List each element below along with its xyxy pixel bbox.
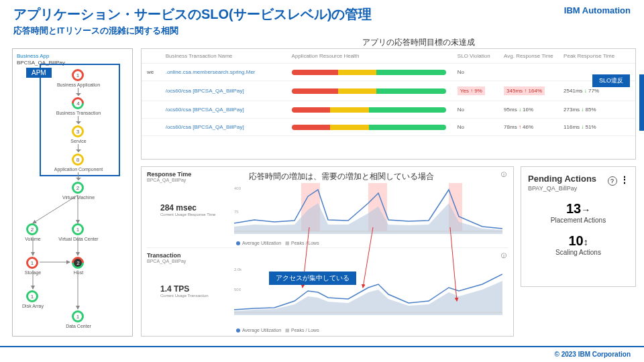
slo-table: Business Transaction Name Application Re… [141,48,636,160]
node-volume[interactable]: 2 [26,223,38,235]
response-chart[interactable]: 400 75 [234,183,502,234]
resp-degrade-tag: 応答時間悪化 [639,74,644,131]
help-icon[interactable]: ⓘ [501,252,506,259]
node-label: Virtual Data Center [52,237,105,241]
response-metric-sub: Current Usage Response Time [160,213,215,217]
chart-title: Transaction [147,252,508,259]
col-header[interactable]: Application Resource Health [292,53,458,59]
placement-count[interactable]: 13→ [528,201,629,217]
chart-sub: BPCA_QA_BillPay [147,259,508,263]
node-vdc[interactable]: 1 [72,223,84,235]
table-row[interactable]: we.online.csa.membersearch.spring.MerNo [142,64,635,81]
page-subtitle: 応答時間とITリソースの混雑に関する相関 [13,25,631,37]
col-header[interactable]: Business Transaction Name [166,53,292,59]
more-icon[interactable]: ⋮ [620,174,629,185]
table-row[interactable]: /ocs60/csa [BPCSA_QA_BillPay]Yes ↑ 9%345… [142,81,635,101]
arrow-icon [78,116,78,124]
node-label: Application Component [52,167,105,172]
node-host[interactable]: 2 [69,254,86,271]
node-label: Disk Array [6,304,60,308]
col-header[interactable]: SLO Violation [458,53,504,59]
svg-text:400: 400 [234,186,241,190]
node-business-app[interactable]: 1 [72,69,84,81]
table-row[interactable]: /ocs60/csa [BPCSA_QA_BillPay]No95ms ↓ 16… [142,101,635,119]
actions-title: Pending Actions [528,174,596,184]
topology-header: Business App [17,53,128,59]
node-datacenter[interactable]: 1 [72,310,84,322]
node-app-component[interactable]: 8 [72,154,84,166]
node-label: Data Center [52,324,105,328]
col-header[interactable]: Peak Response Time [564,53,630,59]
node-storage[interactable]: 1 [26,257,38,269]
table-header: Business Transaction Name Application Re… [142,49,635,64]
table-row[interactable]: /ocs60/csa [BPCSA_QA_BillPay]No78ms ↑ 46… [142,119,635,136]
help-icon[interactable]: ⓘ [501,171,506,178]
response-metric: 284 msec [160,203,197,213]
chart-sub: BPCA_QA_BillPay [147,178,508,182]
scaling-count[interactable]: 10↕ [528,233,629,249]
chart-legend: Average Utilization ▦ Peaks / Lows [234,328,319,333]
node-label: Virtual Machine [52,195,105,200]
chart-legend: Average Utilization ▦ Peaks / Lows [234,241,319,246]
legend-dot-icon [236,241,240,245]
charts-panel: 応答時間の増加は、需要の増加と相関している場合 アクセスが集中している Resp… [141,166,514,337]
node-label: Business Transaction [52,111,105,115]
svg-text:2.0k: 2.0k [234,267,242,272]
legend-dot-icon [236,328,240,333]
brand-label: IBM Automation [564,5,631,15]
scaling-label: Scaling Actions [528,249,629,256]
chart-title: Response Time [147,171,508,178]
node-vm[interactable]: 2 [72,182,84,194]
node-label: Business Application [52,82,105,87]
footer-divider [0,346,644,347]
table-caption: アプリの応答時間目標の未達成 [362,37,475,48]
svg-text:75: 75 [234,210,239,214]
transaction-metric: 1.4 TPS [160,284,189,294]
node-disk-array[interactable]: 1 [26,290,38,302]
node-label: Service [52,139,105,143]
topology-panel: Business App BPCSA_QA_BillPay APM 1 Busi… [12,48,133,337]
footer-copyright: © 2023 IBM Corporation [555,351,631,358]
node-label: Host [52,270,105,275]
page-title: アプリケーション・サービスのSLO(サービスレベル)の管理 [13,5,631,23]
node-service[interactable]: 3 [72,125,84,137]
access-concentration-tag: アクセスが集中している [269,272,356,285]
slo-violation-tag: SLO違反 [592,74,630,87]
col-header[interactable]: Avg. Response Time [504,53,564,59]
apm-label: APM [26,68,52,78]
actions-sub: BPAY_QA_BillPay [528,185,596,192]
arrow-icon [78,172,78,180]
svg-text:500: 500 [234,288,241,292]
help-icon[interactable]: ? [608,176,617,186]
placement-label: Placement Actions [528,217,629,224]
arrow-icon [78,88,78,96]
arrow-icon [78,144,78,152]
transaction-metric-sub: Current Usage Transaction [160,294,209,298]
pending-actions-panel: Pending Actions BPAY_QA_BillPay ? ⋮ 13→ … [521,166,636,287]
